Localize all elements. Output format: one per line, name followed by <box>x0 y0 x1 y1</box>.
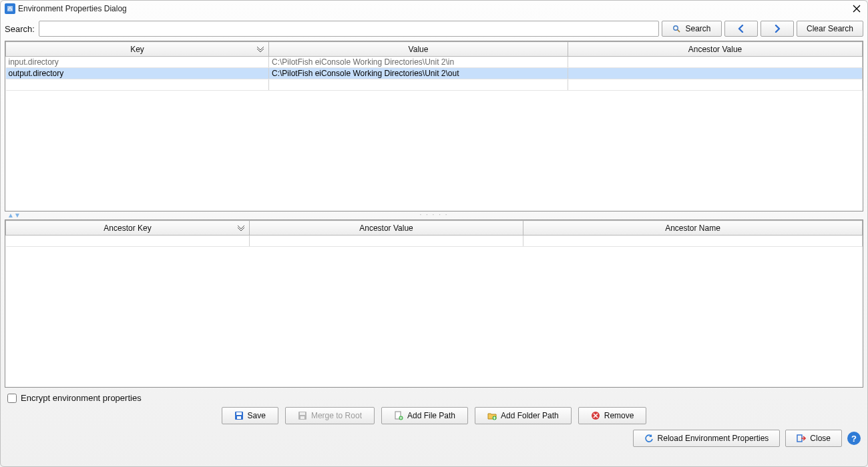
help-icon[interactable]: ? <box>847 432 861 445</box>
search-next-button[interactable] <box>761 21 794 37</box>
cell-value[interactable]: C:\PilotFish eiConsole Working Directori… <box>269 57 568 68</box>
dialog-title: Environment Properties Dialog <box>18 4 127 13</box>
search-prev-button[interactable] <box>724 21 758 37</box>
save-icon <box>234 411 244 420</box>
svg-rect-5 <box>237 416 241 419</box>
remove-icon <box>591 411 600 420</box>
save-label: Save <box>248 411 266 420</box>
column-header-ancestor-name[interactable]: Ancestor Name <box>523 221 863 236</box>
column-header-ancestor-value[interactable]: Ancestor Value <box>250 221 523 236</box>
splitter-arrow-icon: ▲▼ <box>7 211 21 219</box>
chevron-left-icon <box>737 25 745 33</box>
column-header-ancestor-key[interactable]: Ancestor Key <box>6 221 250 236</box>
pane-splitter[interactable]: ▲▼ · · · · · <box>1 211 867 217</box>
search-button-label: Search <box>685 24 710 33</box>
titlebar: Environment Properties Dialog <box>1 1 867 17</box>
table-row[interactable]: output.directory C:\PilotFish eiConsole … <box>6 68 863 79</box>
table-row[interactable] <box>6 79 863 91</box>
encrypt-row: Encrypt environment properties <box>1 388 867 406</box>
save-button[interactable]: Save <box>222 407 278 424</box>
app-icon <box>5 3 15 14</box>
splitter-grip-icon: · · · · · <box>419 211 448 218</box>
close-icon[interactable] <box>850 2 863 15</box>
reload-button[interactable]: Reload Environment Properties <box>633 430 781 447</box>
file-add-icon <box>394 411 403 420</box>
cell-ancestor[interactable] <box>568 79 863 91</box>
close-label: Close <box>810 434 831 443</box>
cell-ancestor-key[interactable] <box>6 236 250 247</box>
search-input[interactable] <box>39 21 659 37</box>
add-file-path-button[interactable]: Add File Path <box>381 407 468 424</box>
clear-search-label: Clear Search <box>807 24 853 33</box>
sort-indicator-icon <box>256 47 264 52</box>
exit-icon <box>797 434 806 443</box>
properties-table[interactable]: Key Value Ancestor Value input.directory… <box>5 41 863 211</box>
environment-properties-dialog: Environment Properties Dialog Search: Se… <box>0 0 868 467</box>
search-bar: Search: Search Clear Search <box>1 17 867 41</box>
merge-to-root-button[interactable]: Merge to Root <box>285 407 375 424</box>
remove-label: Remove <box>604 411 634 420</box>
svg-rect-8 <box>300 416 304 419</box>
svg-rect-13 <box>797 435 802 442</box>
close-button[interactable]: Close <box>785 430 842 447</box>
encrypt-label: Encrypt environment properties <box>21 393 142 403</box>
cell-ancestor[interactable] <box>568 68 863 79</box>
table-row[interactable]: input.directory C:\PilotFish eiConsole W… <box>6 57 863 68</box>
clear-search-button[interactable]: Clear Search <box>797 21 863 37</box>
svg-rect-7 <box>300 412 305 415</box>
search-button[interactable]: Search <box>662 21 722 37</box>
add-folder-path-button[interactable]: Add Folder Path <box>475 407 572 424</box>
encrypt-checkbox[interactable] <box>7 394 17 403</box>
remove-button[interactable]: Remove <box>578 407 647 424</box>
column-header-value[interactable]: Value <box>269 42 568 57</box>
cell-ancestor[interactable] <box>568 57 863 68</box>
reload-icon <box>644 434 654 443</box>
sort-indicator-icon <box>237 225 245 231</box>
cell-key[interactable]: input.directory <box>6 57 269 68</box>
footer-button-row: Reload Environment Properties Close ? <box>1 428 867 452</box>
cell-key[interactable] <box>6 79 269 91</box>
svg-line-2 <box>678 29 680 32</box>
search-label: Search: <box>5 24 35 34</box>
merge-label: Merge to Root <box>311 411 362 420</box>
column-header-ancestor-value[interactable]: Ancestor Value <box>568 42 863 57</box>
cell-key[interactable]: output.directory <box>6 68 269 79</box>
reload-label: Reload Environment Properties <box>658 434 769 443</box>
cell-value[interactable]: C:\PilotFish eiConsole Working Directori… <box>269 68 568 79</box>
chevron-right-icon <box>773 25 781 33</box>
cell-ancestor-name[interactable] <box>523 236 863 247</box>
ancestor-table[interactable]: Ancestor Key Ancestor Value Ancestor Nam… <box>5 219 863 388</box>
search-icon <box>672 25 681 33</box>
folder-add-icon <box>487 411 497 420</box>
column-header-key[interactable]: Key <box>6 42 269 57</box>
action-button-row: Save Merge to Root Add File Path Add Fol… <box>1 406 867 428</box>
save-icon <box>298 411 307 420</box>
cell-value[interactable] <box>269 79 568 91</box>
table-row[interactable] <box>6 236 863 247</box>
add-folder-label: Add Folder Path <box>501 411 559 420</box>
add-file-label: Add File Path <box>407 411 455 420</box>
svg-rect-4 <box>236 412 242 415</box>
cell-ancestor-value[interactable] <box>250 236 523 247</box>
svg-point-1 <box>674 25 678 29</box>
